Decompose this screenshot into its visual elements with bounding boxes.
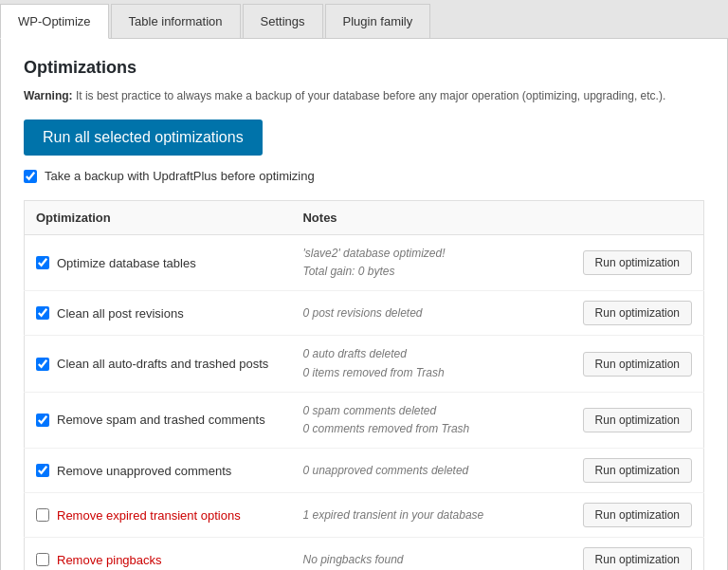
label-clean-auto-drafts: Clean all auto-drafts and trashed posts (57, 357, 268, 371)
label-remove-pingbacks: Remove pingbacks (57, 553, 162, 567)
run-all-button[interactable]: Run all selected optimizations (24, 120, 263, 156)
notes-remove-expired-transients: 1 expired transient in your database (302, 506, 559, 524)
backup-checkbox-label: Take a backup with UpdraftPlus before op… (45, 169, 315, 183)
label-clean-post-revisions: Clean all post revisions (57, 306, 184, 321)
main-content: Optimizations Warning: It is best practi… (0, 39, 728, 570)
table-row: Optimize database tables'slave2' databas… (25, 235, 704, 291)
checkbox-clean-post-revisions[interactable] (36, 306, 49, 320)
notes-optimize-tables: 'slave2' database optimized!Total gain: … (302, 245, 559, 281)
checkbox-remove-spam-comments[interactable] (36, 414, 49, 427)
opt-row-label-remove-expired-transients: Remove expired transient options (36, 508, 280, 523)
warning-paragraph: Warning: It is best practice to always m… (24, 87, 704, 104)
checkbox-remove-expired-transients[interactable] (36, 508, 49, 522)
tab-table-information[interactable]: Table information (111, 4, 241, 38)
table-row: Clean all auto-drafts and trashed posts0… (25, 336, 704, 392)
checkbox-remove-pingbacks[interactable] (36, 553, 49, 566)
warning-message: It is best practice to always make a bac… (76, 89, 665, 102)
table-header-row: Optimization Notes (25, 201, 704, 235)
tab-settings[interactable]: Settings (243, 4, 323, 38)
notes-clean-post-revisions: 0 post revisions deleted (302, 304, 559, 322)
table-row: Remove expired transient options1 expire… (25, 493, 704, 538)
run-button-optimize-tables[interactable]: Run optimization (583, 250, 692, 275)
label-optimize-tables: Optimize database tables (57, 256, 196, 270)
table-row: Clean all post revisions0 post revisions… (25, 291, 704, 336)
tab-plugin-family[interactable]: Plugin family (325, 4, 431, 38)
run-button-remove-pingbacks[interactable]: Run optimization (583, 547, 692, 570)
notes-remove-pingbacks: No pingbacks found (302, 551, 559, 569)
optimizations-table: Optimization Notes Optimize database tab… (24, 200, 704, 570)
warning-label: Warning: (24, 89, 73, 102)
notes-remove-spam-comments: 0 spam comments deleted0 comments remove… (302, 402, 559, 438)
label-remove-unapproved-comments: Remove unapproved comments (57, 464, 231, 478)
label-remove-spam-comments: Remove spam and trashed comments (57, 413, 265, 427)
run-button-clean-auto-drafts[interactable]: Run optimization (583, 352, 692, 377)
opt-row-label-clean-post-revisions: Clean all post revisions (36, 306, 280, 321)
col-header-optimization: Optimization (25, 201, 292, 235)
run-button-remove-spam-comments[interactable]: Run optimization (583, 408, 692, 432)
opt-row-label-optimize-tables: Optimize database tables (36, 256, 280, 270)
backup-checkbox-row: Take a backup with UpdraftPlus before op… (24, 169, 704, 183)
checkbox-remove-unapproved-comments[interactable] (36, 464, 49, 477)
col-header-notes: Notes (291, 201, 571, 235)
section-title: Optimizations (24, 58, 704, 78)
table-row: Remove unapproved comments0 unapproved c… (25, 449, 704, 493)
notes-remove-unapproved-comments: 0 unapproved comments deleted (302, 462, 559, 480)
table-row: Remove pingbacksNo pingbacks foundRun op… (25, 538, 704, 570)
tab-wp-optimize[interactable]: WP-Optimize (0, 4, 109, 39)
label-remove-expired-transients: Remove expired transient options (57, 508, 241, 523)
tab-bar: WP-Optimize Table information Settings P… (0, 0, 728, 39)
checkbox-optimize-tables[interactable] (36, 256, 49, 269)
run-button-remove-expired-transients[interactable]: Run optimization (583, 503, 692, 527)
opt-row-label-clean-auto-drafts: Clean all auto-drafts and trashed posts (36, 357, 280, 371)
run-button-remove-unapproved-comments[interactable]: Run optimization (583, 458, 692, 483)
opt-row-label-remove-unapproved-comments: Remove unapproved comments (36, 464, 280, 478)
opt-row-label-remove-spam-comments: Remove spam and trashed comments (36, 413, 280, 427)
checkbox-clean-auto-drafts[interactable] (36, 358, 49, 371)
notes-clean-auto-drafts: 0 auto drafts deleted0 items removed fro… (302, 345, 559, 381)
backup-checkbox[interactable] (24, 170, 37, 183)
col-header-action (572, 201, 704, 235)
opt-row-label-remove-pingbacks: Remove pingbacks (36, 553, 280, 567)
run-button-clean-post-revisions[interactable]: Run optimization (583, 301, 692, 325)
table-row: Remove spam and trashed comments0 spam c… (25, 392, 704, 448)
